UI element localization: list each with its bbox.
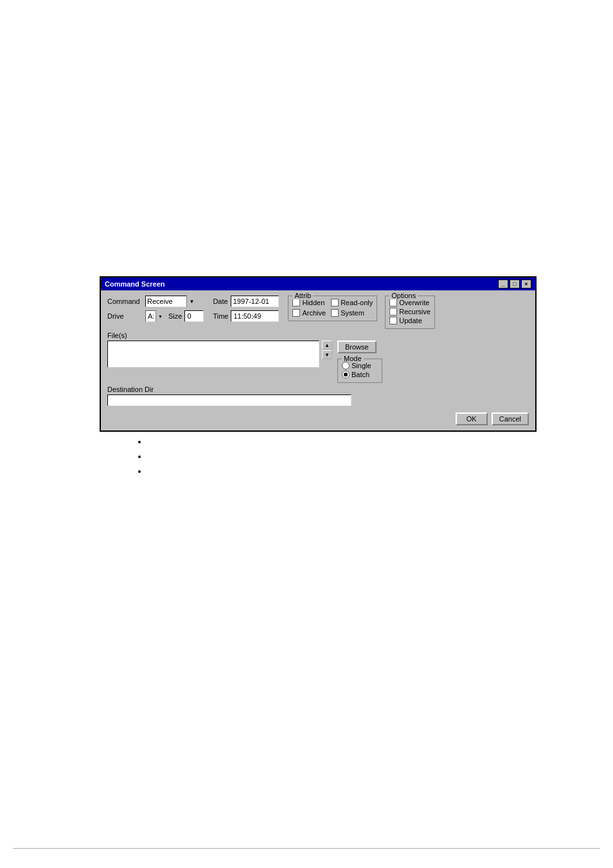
bottom-divider [13,848,600,849]
destination-dir-input[interactable] [107,394,351,406]
drive-select[interactable]: A: [145,310,164,322]
archive-checkbox[interactable] [292,309,300,317]
overwrite-checkbox[interactable] [389,299,397,306]
update-checkbox[interactable] [389,317,397,324]
system-label: System [341,309,364,317]
archive-label: Archive [302,309,326,317]
recursive-label: Recursive [399,308,431,315]
command-label: Command [107,297,143,305]
single-radio[interactable] [342,362,350,369]
files-textarea[interactable] [107,341,319,368]
titlebar: Command Screen _ □ × [101,278,535,290]
bullet-list [135,437,148,481]
destination-dir-label: Destination Dir [107,385,529,393]
command-select[interactable]: Receive [145,296,197,307]
options-group-title: Options [389,292,418,299]
browse-button[interactable]: Browse [337,341,377,353]
hidden-label: Hidden [302,299,324,306]
files-label: File(s) [107,332,529,339]
single-label: Single [351,362,371,369]
attrib-group-title: Attrib [292,292,313,299]
dialog-window: Command Screen _ □ × Command Receive [100,276,537,432]
scroll-up-button[interactable]: ▲ [322,341,332,350]
overwrite-label: Overwrite [399,299,429,306]
hidden-checkbox[interactable] [292,299,300,306]
ok-button[interactable]: OK [456,412,488,425]
size-label: Size [168,312,182,320]
time-label: Time [213,312,228,320]
size-input[interactable] [184,310,204,322]
drive-label: Drive [107,312,143,320]
recursive-checkbox[interactable] [389,308,397,315]
batch-label: Batch [351,371,369,378]
titlebar-buttons: _ □ × [498,279,531,288]
close-button[interactable]: × [521,279,531,288]
maximize-button[interactable]: □ [510,279,520,288]
date-input[interactable] [231,296,279,307]
dialog-title: Command Screen [105,280,165,288]
scroll-down-button[interactable]: ▼ [322,350,332,359]
cancel-button[interactable]: Cancel [492,412,529,425]
date-label: Date [213,297,227,305]
minimize-button[interactable]: _ [498,279,508,288]
system-checkbox[interactable] [331,309,339,317]
time-input[interactable] [231,310,279,322]
readonly-checkbox[interactable] [331,299,339,306]
update-label: Update [399,317,422,324]
read-only-label: Read-only [341,299,373,306]
batch-radio[interactable] [342,371,350,378]
